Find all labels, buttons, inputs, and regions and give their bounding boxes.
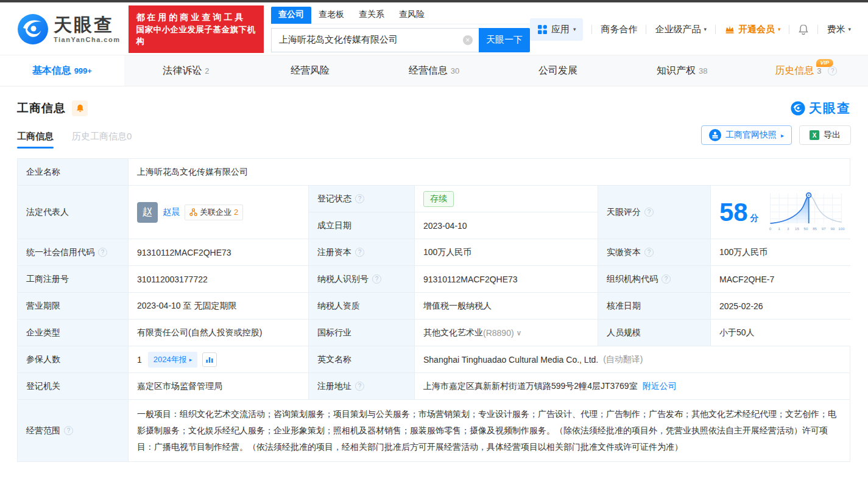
credit-code-value: 91310112MACF2QHE73: [137, 248, 231, 257]
table-row: 登记机关 嘉定区市场监督管理局 注册地址 ? 上海市嘉定区真新新村街道万镇路59…: [18, 373, 850, 400]
subtab-business-info[interactable]: 工商信息: [17, 131, 54, 149]
apps-menu-button[interactable]: 应用 ▾: [530, 18, 584, 41]
tab-basic-info-count: 999+: [74, 66, 92, 75]
insured-value-cell: 1 2024年报 ▸: [129, 346, 309, 372]
username-label: 费米: [827, 24, 845, 35]
score-unit: 分: [750, 213, 759, 223]
divider: [789, 25, 789, 34]
legal-rep-avatar[interactable]: 赵: [137, 202, 158, 223]
paid-capital-label-cell: 实缴资本 ?: [598, 239, 711, 265]
watermark-text: 天眼查: [809, 100, 851, 117]
company-type-label-cell: 企业类型: [18, 320, 129, 346]
svg-text:1: 1: [778, 226, 780, 231]
export-button[interactable]: X 导出: [799, 125, 851, 145]
reg-status-label: 登记状态: [317, 194, 351, 205]
search-button[interactable]: 天眼一下: [479, 28, 530, 52]
help-icon[interactable]: ?: [644, 208, 654, 217]
svg-text:99: 99: [830, 226, 834, 231]
registered-capital-value-cell: 100万人民币: [415, 239, 598, 265]
establish-date-label-cell: 成立日期: [309, 212, 415, 239]
search-tab-risk[interactable]: 查风险: [392, 7, 432, 24]
auto-translate-note: (自动翻译): [603, 354, 643, 365]
notifications-button[interactable]: [798, 24, 809, 35]
help-icon[interactable]: ?: [355, 248, 364, 257]
table-row: 企业名称 上海听花岛文化传媒有限公司: [18, 159, 850, 186]
search-tab-company[interactable]: 查公司: [271, 7, 311, 24]
establish-date-label: 成立日期: [317, 220, 351, 231]
subtab-history-business-info[interactable]: 历史工商信息0: [72, 131, 132, 149]
svg-text:3: 3: [787, 226, 789, 231]
chevron-down-icon[interactable]: ∨: [517, 329, 522, 337]
nearby-companies-link[interactable]: 附近公司: [643, 381, 677, 392]
help-icon[interactable]: ?: [372, 274, 381, 284]
staff-size-label-cell: 人员规模: [598, 320, 711, 346]
help-icon[interactable]: ?: [355, 382, 364, 391]
english-name-label-cell: 英文名称: [309, 346, 415, 372]
reg-number-label-cell: 工商注册号: [18, 266, 129, 292]
org-network-icon: [189, 208, 197, 216]
tab-legal-litigation[interactable]: 法律诉讼 2: [124, 55, 249, 86]
help-icon[interactable]: ?: [64, 426, 73, 435]
user-menu[interactable]: 费米 ▾: [827, 24, 851, 35]
business-info-table: 企业名称 上海听花岛文化传媒有限公司 法定代表人 赵 赵晨 关联企业 2: [17, 158, 850, 462]
tab-basic-info[interactable]: 基本信息 999+: [0, 55, 124, 86]
official-snapshot-button[interactable]: 工商官网快照 ▸: [701, 125, 792, 145]
search-tab-boss[interactable]: 查老板: [311, 7, 351, 24]
help-icon[interactable]: ?: [662, 274, 671, 284]
tab-operation-risk[interactable]: 经营风险: [248, 55, 372, 86]
tab-basic-info-label: 基本信息: [32, 65, 71, 77]
slogan-line1: 都在用的商业查询工具: [136, 11, 256, 23]
company-tab-bar: 基本信息 999+ 法律诉讼 2 经营风险 经营信息 30 公司发展 知识产权 …: [0, 55, 868, 86]
apps-grid-icon: [537, 24, 548, 35]
tab-operation-info[interactable]: 经营信息 30: [372, 55, 496, 86]
establish-date-value-cell: 2023-04-10: [415, 212, 598, 239]
business-term-label: 营业期限: [26, 301, 60, 312]
tab-history-info[interactable]: VIP 历史信息 3 ?: [744, 55, 868, 86]
divider: [646, 25, 646, 34]
company-name-value: 上海听花岛文化传媒有限公司: [137, 167, 248, 178]
related-companies-badge[interactable]: 关联企业 2: [185, 205, 243, 220]
annual-report-badge[interactable]: 2024年报 ▸: [148, 352, 197, 368]
divider: [591, 25, 592, 34]
user-caret-icon: ▾: [848, 26, 851, 32]
site-header: 天眼查 TianYanCha.com 都在用的商业查询工具 国家中小企业发展子基…: [0, 2, 868, 55]
registered-capital-label: 注册资本: [317, 247, 351, 258]
orange-bell-icon: [76, 103, 85, 113]
reg-status-label-cell: 登记状态 ?: [309, 186, 415, 212]
help-icon[interactable]: ?: [828, 66, 837, 75]
tab-intellectual-property[interactable]: 知识产权 38: [620, 55, 744, 86]
tab-legal-litigation-count: 2: [205, 66, 209, 75]
tianyancha-watermark: 天眼查: [791, 100, 851, 117]
search-tab-relation[interactable]: 查关系: [351, 7, 392, 24]
business-cooperation-link[interactable]: 商务合作: [601, 24, 637, 35]
establish-date-row: 成立日期 2023-04-10: [309, 212, 598, 239]
clear-search-icon[interactable]: ×: [463, 35, 473, 45]
apps-caret-icon: ▾: [573, 26, 576, 32]
help-icon[interactable]: ?: [644, 248, 654, 257]
table-row: 营业期限 2023-04-10 至 无固定期限 纳税人资质 增值税一般纳税人 核…: [18, 293, 850, 320]
legal-rep-name-link[interactable]: 赵晨: [163, 207, 180, 218]
enterprise-products-menu[interactable]: 企业级产品 ▾: [655, 24, 707, 35]
search-input[interactable]: [271, 28, 479, 52]
open-vip-button[interactable]: 开通会员 ▾: [724, 24, 781, 35]
help-icon[interactable]: ?: [355, 194, 364, 203]
taxpayer-id-value-cell: 91310112MACF2QHE73: [415, 266, 598, 292]
logo-brand-text: 天眼查: [54, 16, 120, 34]
reg-number-value: 310112003177722: [137, 274, 208, 284]
reg-address-label-cell: 注册地址 ?: [309, 373, 415, 399]
help-icon[interactable]: ?: [98, 248, 107, 257]
search-input-wrap: ×: [271, 28, 479, 52]
org-code-value-cell: MACF2QHE-7: [711, 266, 851, 292]
registered-capital-label-cell: 注册资本 ?: [309, 239, 415, 265]
tab-intellectual-property-label: 知识产权: [657, 65, 696, 77]
approval-date-value-cell: 2025-02-26: [711, 293, 851, 319]
tianyancha-logo[interactable]: 天眼查 TianYanCha.com: [17, 13, 120, 45]
reg-authority-label-cell: 登记机关: [18, 373, 129, 399]
status-date-block: 登记状态 ? 存续 成立日期 2023-04-10: [309, 186, 598, 239]
company-name-label: 企业名称: [26, 167, 60, 178]
insured-history-chart-button[interactable]: [202, 352, 217, 367]
tab-company-development[interactable]: 公司发展: [496, 55, 620, 86]
monitor-bell-button[interactable]: [72, 100, 88, 116]
taxpayer-quality-label: 纳税人资质: [317, 301, 360, 312]
svg-text:97: 97: [822, 226, 826, 231]
